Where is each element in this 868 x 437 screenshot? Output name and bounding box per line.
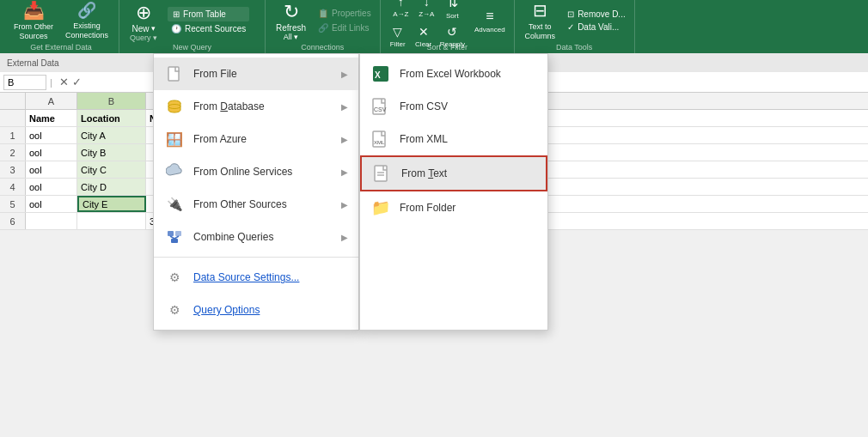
submenu-item-csv[interactable]: CSV From CSV — [360, 90, 547, 123]
svg-text:CSV: CSV — [374, 106, 387, 112]
menu-item-from-other[interactable]: 🔌 From Other Sources ▶ — [154, 188, 358, 221]
cancel-icon[interactable]: ✕ — [59, 76, 69, 88]
sort-az-icon: ↑ — [398, 0, 404, 9]
refresh-icon: ↻ — [284, 1, 299, 23]
sort-az-button[interactable]: ↑ A→Z — [388, 0, 413, 21]
submenu-item-folder[interactable]: 📁 From Folder — [360, 191, 547, 224]
new-query-icon: ⊕ — [136, 2, 151, 24]
xml-icon: XML — [370, 129, 391, 149]
arrow-icon: ▶ — [341, 70, 348, 79]
reapply-icon: ↺ — [447, 25, 457, 39]
advanced-icon: ≡ — [486, 9, 493, 24]
ribbon-group-data-tools: ⊟ Text to Columns ⊡ Remove D... ✓ Data V… — [515, 0, 635, 53]
properties-icon: 📋 — [318, 9, 328, 18]
from-other-sources-button[interactable]: 📥 From Other Sources — [9, 0, 58, 45]
text-to-columns-button[interactable]: ⊟ Text to Columns — [520, 0, 561, 45]
formula-bar-divider: | — [50, 77, 52, 88]
recent-sources-button[interactable]: 🕐 Recent Sources — [168, 23, 249, 34]
folder-icon: 📁 — [370, 197, 391, 218]
submenu-item-text[interactable]: From Text — [360, 155, 547, 191]
filter-icon: ▽ — [393, 25, 402, 39]
connections-icon: 🔗 — [77, 1, 96, 20]
remove-duplicates-button[interactable]: ⊡ Remove D... — [564, 9, 629, 20]
svg-rect-0 — [168, 67, 179, 81]
primary-menu: From File ▶ From Database ▶ 🪟 From Azure… — [153, 53, 359, 230]
advanced-button[interactable]: ≡ Advanced — [471, 7, 509, 35]
validation-icon: ✓ — [567, 22, 574, 32]
ribbon-group-external-data: 📥 From Other Sources 🔗 Existing Connecti… — [3, 0, 119, 53]
sort-button[interactable]: ⇅ Sort — [440, 0, 464, 21]
database-icon — [164, 96, 185, 117]
name-box[interactable] — [3, 75, 46, 90]
import-icon: 📥 — [23, 0, 45, 21]
from-table-button[interactable]: ⊞ From Table — [168, 7, 249, 21]
ribbon-group-connections: ↻ Refresh All ▾ 📋 Properties 🔗 Edit Link… — [266, 0, 381, 53]
submenu-item-excel[interactable]: X From Excel Workbook — [360, 58, 547, 90]
azure-icon: 🪟 — [164, 129, 185, 149]
sort-za-icon: ↓ — [424, 0, 430, 9]
csv-icon: CSV — [370, 96, 391, 117]
svg-point-2 — [168, 105, 180, 109]
sort-icon: ⇅ — [447, 0, 458, 10]
refresh-all-button[interactable]: ↻ Refresh All ▾ — [271, 0, 311, 45]
menu-item-combine[interactable]: Combine Queries ▶ — [154, 221, 358, 230]
ribbon: 📥 From Other Sources 🔗 Existing Connecti… — [0, 0, 868, 53]
new-query-dropdown: From File ▶ From Database ▶ 🪟 From Azure… — [153, 53, 548, 230]
edit-links-icon: 🔗 — [318, 23, 328, 33]
file-icon — [164, 64, 185, 84]
from-database-label: From Database — [193, 100, 333, 112]
combine-icon — [164, 227, 185, 230]
arrow-icon: ▶ — [341, 135, 348, 144]
col-header-a[interactable]: A — [26, 93, 77, 109]
new-query-button[interactable]: ⊕ New ▾ Query ▾ — [125, 0, 162, 44]
cloud-icon — [164, 161, 185, 182]
sort-za-button[interactable]: ↓ Z→A — [414, 0, 438, 21]
arrow-icon: ▶ — [341, 102, 348, 112]
text-to-columns-icon: ⊟ — [533, 0, 547, 21]
menu-item-from-file[interactable]: From File ▶ — [154, 58, 358, 90]
header-name[interactable]: Name — [26, 110, 77, 126]
menu-item-from-azure[interactable]: 🪟 From Azure ▶ — [154, 123, 358, 155]
existing-connections-button[interactable]: 🔗 Existing Connections — [60, 0, 113, 44]
remove-dup-icon: ⊡ — [567, 9, 574, 19]
ribbon-group-sort-filter: ↑ A→Z ↓ Z→A ⇅ Sort ▽ Filter ✕ — [381, 0, 515, 53]
svg-text:X: X — [375, 70, 381, 80]
excel-icon: X — [370, 64, 391, 84]
submenu-from-file: X From Excel Workbook CSV From CSV XML F… — [359, 53, 548, 230]
plug-icon: 🔌 — [164, 194, 185, 215]
text-icon — [372, 163, 393, 184]
header-location[interactable]: Location — [77, 110, 146, 126]
submenu-item-xml[interactable]: XML From XML — [360, 123, 547, 155]
arrow-icon: ▶ — [341, 200, 348, 209]
table-icon: ⊞ — [173, 9, 180, 19]
svg-text:XML: XML — [374, 140, 385, 145]
col-header-b[interactable]: B — [77, 93, 146, 109]
data-validation-button[interactable]: ✓ Data Vali... — [564, 21, 629, 33]
from-text-label: From Text — [401, 167, 447, 179]
ribbon-group-new-query: ⊕ New ▾ Query ▾ ⊞ From Table 🕐 Recent So… — [119, 0, 266, 53]
svg-rect-14 — [375, 166, 387, 181]
clock-icon: 🕐 — [171, 24, 181, 33]
menu-item-from-online[interactable]: From Online Services ▶ — [154, 155, 358, 188]
menu-item-from-database[interactable]: From Database ▶ — [154, 90, 358, 123]
edit-links-button: 🔗 Edit Links — [315, 22, 375, 33]
new-query-caret: ▾ — [151, 24, 156, 33]
confirm-icon[interactable]: ✓ — [72, 76, 82, 88]
arrow-icon: ▶ — [341, 167, 348, 177]
clear-icon: ✕ — [419, 25, 429, 39]
properties-button: 📋 Properties — [315, 8, 375, 19]
